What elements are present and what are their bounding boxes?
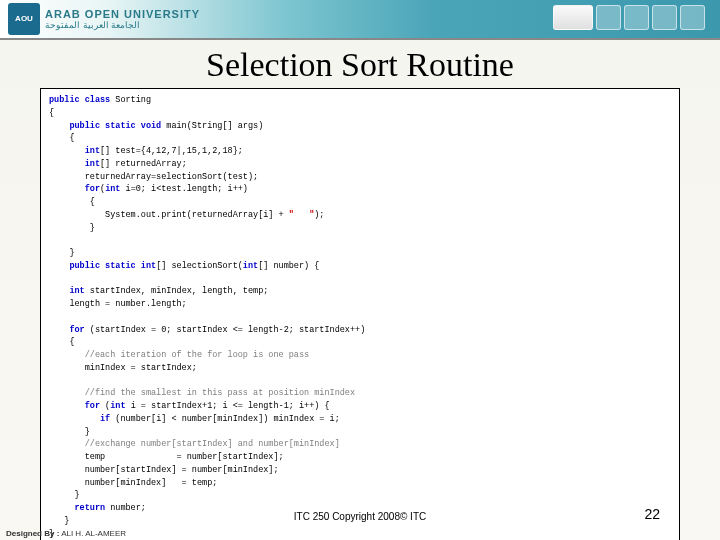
code-text: } xyxy=(49,223,95,233)
code-text: number[startIndex] = number[minIndex]; xyxy=(49,465,279,475)
header-decor xyxy=(553,5,705,30)
kw: if xyxy=(49,414,110,424)
code-text: } xyxy=(49,427,90,437)
decor-sq xyxy=(624,5,649,30)
slide-title: Selection Sort Routine xyxy=(0,46,720,84)
kw: int xyxy=(110,401,125,411)
kw: public static void xyxy=(49,121,161,131)
code-text: } xyxy=(49,248,75,258)
code-text: Sorting xyxy=(110,95,151,105)
code-text: startIndex, minIndex, length, temp; xyxy=(85,286,269,296)
code-text: main(String[] args) xyxy=(161,121,263,131)
kw: int xyxy=(105,184,120,194)
kw: int xyxy=(49,146,100,156)
kw: for xyxy=(49,184,100,194)
string: " " xyxy=(289,210,315,220)
code-text: ( xyxy=(100,401,110,411)
decor-sq xyxy=(553,5,593,30)
designer-credit: Designed By : ALI H. AL-AMEER xyxy=(6,529,126,538)
code-text: { xyxy=(49,108,54,118)
code-text: (startIndex = 0; startIndex <= length-2;… xyxy=(85,325,366,335)
code-text: temp = number[startIndex]; xyxy=(49,452,284,462)
code-text: System.out.print(returnedArray[i] + xyxy=(49,210,289,220)
decor-sq xyxy=(596,5,621,30)
code-text: { xyxy=(49,133,75,143)
code-text: minIndex = startIndex; xyxy=(49,363,197,373)
university-name: ARAB OPEN UNIVERSITY xyxy=(45,8,200,20)
kw: public class xyxy=(49,95,110,105)
decor-sq xyxy=(680,5,705,30)
code-text: { xyxy=(49,337,75,347)
designer-name: ALI H. AL-AMEER xyxy=(61,529,126,538)
kw: int xyxy=(49,159,100,169)
page-number: 22 xyxy=(644,506,660,522)
footer-copyright: ITC 250 Copyright 2008© ITC xyxy=(0,511,720,522)
kw: int xyxy=(243,261,258,271)
university-arabic: الجامعة العربية المفتوحة xyxy=(45,20,200,30)
code-text: { xyxy=(49,197,95,207)
code-text: } xyxy=(49,490,80,500)
kw: for xyxy=(49,401,100,411)
code-text: ); xyxy=(314,210,324,220)
logo-text-wrap: ARAB OPEN UNIVERSITY الجامعة العربية الم… xyxy=(45,8,200,30)
code-text: [] test={4,12,7|,15,1,2,18}; xyxy=(100,146,243,156)
decor-sq xyxy=(652,5,677,30)
code-text: [] number) { xyxy=(258,261,319,271)
code-block: public class Sorting { public static voi… xyxy=(40,88,680,540)
logo: AOU ARAB OPEN UNIVERSITY الجامعة العربية… xyxy=(8,3,200,35)
comment: //exchange number[startIndex] and number… xyxy=(49,439,340,449)
kw: for xyxy=(49,325,85,335)
header-band: AOU ARAB OPEN UNIVERSITY الجامعة العربية… xyxy=(0,0,720,40)
code-text: (number[i] < number[minIndex]) minIndex … xyxy=(110,414,340,424)
designer-label: Designed By : xyxy=(6,529,59,538)
kw: int xyxy=(49,286,85,296)
code-text: [] selectionSort( xyxy=(156,261,243,271)
logo-badge: AOU xyxy=(8,3,40,35)
kw: public static int xyxy=(49,261,156,271)
code-text: i = startIndex+1; i <= length-1; i++) { xyxy=(126,401,330,411)
code-text: [] returnedArray; xyxy=(100,159,187,169)
comment: //find the smallest in this pass at posi… xyxy=(49,388,355,398)
code-text: returnedArray=selectionSort(test); xyxy=(49,172,258,182)
code-text: number[minIndex] = temp; xyxy=(49,478,217,488)
code-text: i=0; i<test.length; i++) xyxy=(120,184,248,194)
code-text: length = number.length; xyxy=(49,299,187,309)
comment: //each iteration of the for loop is one … xyxy=(49,350,309,360)
